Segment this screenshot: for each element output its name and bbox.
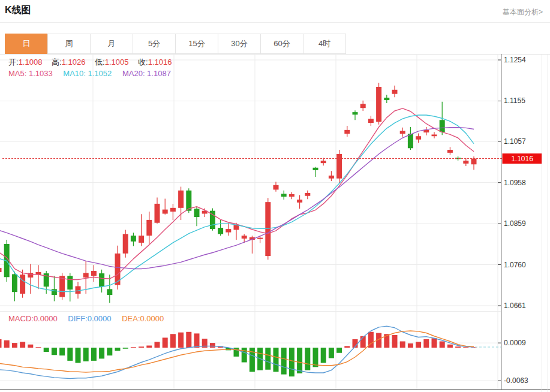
tab-week[interactable]: 周 bbox=[47, 34, 91, 54]
candle-body bbox=[107, 289, 112, 295]
tab-4hour[interactable]: 4时 bbox=[303, 34, 346, 54]
y-axis-tick-label: 1.1254 bbox=[504, 56, 526, 64]
candle-body bbox=[329, 176, 334, 179]
macd-histogram-bar bbox=[432, 338, 437, 348]
page-header: K线图 基本面分析> bbox=[0, 0, 550, 23]
low-label: 低: bbox=[95, 58, 105, 67]
candle-body bbox=[321, 161, 326, 163]
macd-histogram-bar bbox=[4, 340, 10, 348]
macd-histogram-bar bbox=[178, 333, 184, 348]
candle-body bbox=[392, 90, 398, 94]
macd-histogram-bar bbox=[242, 348, 247, 363]
macd-histogram-bar bbox=[0, 339, 2, 348]
candle-body bbox=[289, 194, 294, 197]
candle-body bbox=[432, 134, 437, 136]
macd-histogram-bar bbox=[44, 348, 49, 352]
macd-histogram-bar bbox=[274, 348, 279, 372]
candle-body bbox=[440, 120, 445, 132]
candle-body bbox=[242, 236, 247, 239]
macd-value: MACD:0.0000 bbox=[8, 314, 58, 323]
macd-histogram-bar bbox=[408, 343, 413, 348]
macd-histogram-bar bbox=[297, 348, 302, 373]
macd-histogram-bar bbox=[83, 348, 89, 361]
tab-60min[interactable]: 60分 bbox=[260, 34, 303, 54]
candle-body bbox=[99, 273, 104, 287]
macd-histogram-bar bbox=[59, 348, 65, 355]
candle-body bbox=[368, 119, 374, 123]
candle-body bbox=[360, 104, 366, 108]
fundamental-analysis-link[interactable]: 基本面分析> bbox=[503, 7, 543, 17]
low-value: 1.1005 bbox=[105, 58, 129, 67]
close-label: 收: bbox=[138, 58, 148, 67]
candle-body bbox=[463, 161, 468, 164]
y-axis-tick-label: 1.1155 bbox=[504, 97, 525, 105]
interval-tab-bar: 日 周 月 5分 15分 30分 60分 4时 bbox=[5, 34, 346, 54]
open-label: 开: bbox=[8, 58, 19, 67]
chart-canvas[interactable]: 1.10161.12541.11551.10571.09581.08591.07… bbox=[0, 54, 550, 392]
candle-body bbox=[447, 150, 453, 153]
macd-histogram-bar bbox=[52, 348, 57, 355]
macd-histogram-bar bbox=[67, 348, 73, 361]
macd-histogram-bar bbox=[194, 333, 200, 348]
macd-histogram-bar bbox=[155, 342, 160, 348]
macd-histogram-bar bbox=[12, 343, 17, 348]
tab-month[interactable]: 月 bbox=[90, 34, 133, 54]
macd-histogram-bar bbox=[139, 346, 144, 348]
y-axis-tick-label: 1.0859 bbox=[504, 219, 526, 228]
macd-histogram-bar bbox=[440, 342, 445, 348]
tab-day[interactable]: 日 bbox=[5, 34, 48, 54]
macd-histogram-bar bbox=[210, 343, 215, 348]
tab-30min[interactable]: 30分 bbox=[218, 34, 261, 54]
macd-histogram-bar bbox=[329, 348, 334, 358]
candle-body bbox=[76, 287, 81, 294]
ma10-legend: MA10: 1.1052 bbox=[63, 69, 112, 78]
macd-histogram-bar bbox=[36, 347, 41, 348]
high-value: 1.1026 bbox=[62, 58, 86, 67]
macd-histogram-bar bbox=[392, 335, 398, 348]
macd-axis-tick-label: -0.0063 bbox=[504, 376, 528, 385]
macd-histogram-bar bbox=[146, 346, 152, 348]
macd-legend: MACD:0.0000 DIFF:0.0000 DEA:0.0000 bbox=[8, 314, 164, 323]
macd-histogram-bar bbox=[281, 348, 287, 375]
candle-body bbox=[400, 131, 405, 134]
macd-histogram-bar bbox=[131, 347, 136, 348]
y-axis-tick-label: 1.1057 bbox=[504, 137, 526, 146]
y-axis-tick-label: 1.0760 bbox=[504, 261, 526, 269]
y-axis-tick-label: 1.0958 bbox=[504, 179, 526, 187]
macd-histogram-bar bbox=[123, 348, 128, 349]
close-value: 1.1016 bbox=[148, 58, 172, 67]
candle-body bbox=[376, 87, 381, 122]
ma5-legend: MA5: 1.1033 bbox=[8, 69, 53, 78]
macd-histogram-bar bbox=[186, 332, 191, 348]
candle-body bbox=[297, 200, 302, 203]
macd-histogram-bar bbox=[170, 334, 176, 348]
macd-histogram-bar bbox=[400, 342, 405, 348]
candle-body bbox=[123, 234, 128, 253]
candle-body bbox=[257, 238, 263, 239]
candle-body bbox=[91, 271, 97, 276]
candle-body bbox=[0, 268, 2, 272]
ohlc-legend: 开:1.1008 高:1.1026 低:1.1005 收:1.1016 bbox=[8, 57, 179, 68]
macd-histogram-bar bbox=[20, 342, 25, 348]
candle-body bbox=[274, 185, 279, 190]
macd-histogram-bar bbox=[416, 342, 421, 348]
tab-5min[interactable]: 5分 bbox=[133, 34, 176, 54]
candle-body bbox=[313, 168, 318, 170]
open-value: 1.1008 bbox=[19, 58, 43, 67]
high-label: 高: bbox=[52, 58, 62, 67]
candle-body bbox=[186, 191, 191, 211]
macd-histogram-bar bbox=[99, 348, 104, 358]
macd-histogram-bar bbox=[305, 348, 310, 370]
y-axis-tick-label: 1.0661 bbox=[504, 301, 526, 310]
ma-legend: MA5: 1.1033 MA10: 1.1052 MA20: 1.1087 bbox=[8, 69, 171, 78]
candle-body bbox=[67, 276, 73, 290]
candle-body bbox=[155, 204, 160, 223]
candle-body bbox=[353, 112, 358, 114]
macd-histogram-bar bbox=[28, 345, 33, 348]
tab-15min[interactable]: 15分 bbox=[175, 34, 218, 54]
macd-histogram-bar bbox=[265, 348, 271, 370]
candle-body bbox=[12, 274, 17, 292]
candle-body bbox=[20, 275, 25, 294]
macd-histogram-bar bbox=[163, 337, 168, 348]
macd-histogram-bar bbox=[313, 348, 318, 367]
